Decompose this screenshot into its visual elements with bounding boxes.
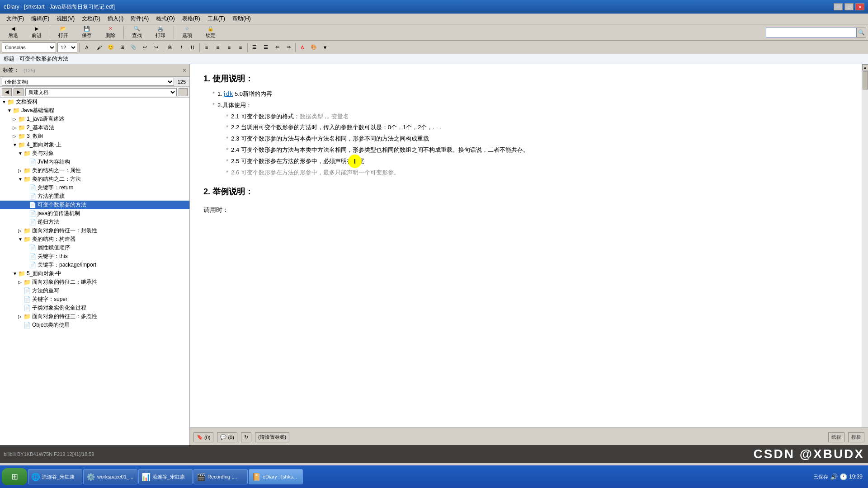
- tree-item[interactable]: ▷ 📄 关键字：super: [0, 295, 189, 304]
- tree-item[interactable]: ▷ 📄 属性赋值顺序: [0, 244, 189, 252]
- minimize-button[interactable]: ─: [834, 3, 843, 10]
- refresh-button[interactable]: ↻: [241, 432, 251, 442]
- open-button[interactable]: 📂 打开: [52, 26, 75, 39]
- sidebar-close-icon[interactable]: ✕: [182, 67, 187, 74]
- tag-set-button[interactable]: (请设置标签): [255, 432, 289, 442]
- maximize-button[interactable]: □: [844, 3, 854, 10]
- lock-button[interactable]: 🔒 锁定: [199, 26, 222, 39]
- tree-item[interactable]: ▷ 📄 方法的重载: [0, 192, 189, 201]
- tree-item[interactable]: ▷ 📄 java的值传递机制: [0, 209, 189, 218]
- justify-button[interactable]: ≡: [236, 42, 245, 52]
- tag-select[interactable]: (全部文档): [2, 78, 174, 86]
- tree-item[interactable]: ▷ 📁 面向对象的特征二：继承性: [0, 278, 189, 286]
- table-button[interactable]: ⊞: [117, 42, 127, 52]
- indent-dec-button[interactable]: ⇐: [272, 42, 282, 52]
- italic-button[interactable]: I: [176, 42, 186, 52]
- align-center-button[interactable]: ≡: [213, 42, 223, 52]
- more-colors-button[interactable]: ▼: [320, 42, 330, 52]
- menu-view[interactable]: 视图(V): [53, 14, 78, 23]
- doc-tree[interactable]: ▼ 📁 文档资料 ▼ 📁 Java基础编程 ▷ 📁 1_java语言述述 ▷ 📁…: [0, 98, 189, 446]
- align-right-button[interactable]: ≡: [224, 42, 234, 52]
- select-button[interactable]: ☆ 选项: [176, 26, 198, 39]
- underline-button[interactable]: U: [188, 42, 198, 52]
- template-view-button[interactable]: 模板: [848, 432, 864, 442]
- tree-item[interactable]: ▷ 📁 1_java语言述述: [0, 115, 189, 123]
- tree-item[interactable]: ▷ 📄 递归方法: [0, 218, 189, 226]
- indent-inc-button[interactable]: ⇒: [283, 42, 293, 52]
- taskbar-item-active[interactable]: 📔 eDiary : [shks...: [249, 469, 303, 484]
- tree-item[interactable]: ▼ 📁 类与对象: [0, 149, 189, 158]
- taskbar-item[interactable]: 🌐 流连谷_宋红康: [28, 469, 82, 484]
- nav-next-button[interactable]: ▶: [14, 88, 24, 96]
- content-scrollbar[interactable]: ▲: [862, 64, 868, 427]
- font-color-button[interactable]: A: [81, 42, 92, 52]
- menu-table[interactable]: 表格(B): [179, 14, 204, 23]
- menu-tools[interactable]: 工具(T): [204, 14, 229, 23]
- find-button[interactable]: 🔍 查找: [126, 26, 148, 39]
- taskbar-item[interactable]: 📊 流连谷_宋红康: [138, 469, 193, 484]
- tree-item[interactable]: ▷ 📄 关键字：return: [0, 183, 189, 192]
- menu-help[interactable]: 帮助(H): [229, 14, 255, 23]
- comment-button[interactable]: 💬 (0): [217, 432, 237, 442]
- tree-item[interactable]: ▷ 📄 JVM内存结构: [0, 158, 189, 166]
- doc-title-select[interactable]: 新建文档: [25, 88, 177, 96]
- tree-item[interactable]: ▷ 📁 3_数组: [0, 132, 189, 141]
- tree-item[interactable]: ▼ 📁 Java基础编程: [0, 106, 189, 115]
- smiley-button[interactable]: 😊: [106, 42, 116, 52]
- highlight-button[interactable]: 🖌: [94, 42, 104, 52]
- delete-button[interactable]: ✕ 删除: [99, 26, 122, 39]
- menu-format[interactable]: 格式(O): [152, 14, 178, 23]
- tree-item[interactable]: ▼ 📁 4_面向对象-上: [0, 141, 189, 149]
- menu-attach[interactable]: 附件(A): [127, 14, 152, 23]
- align-left-button[interactable]: ≡: [202, 42, 212, 52]
- tray-icon-network[interactable]: 🔊: [830, 473, 838, 480]
- save-button[interactable]: 💾 保存: [75, 26, 98, 39]
- tree-root[interactable]: ▼ 📁 文档资料: [0, 98, 189, 106]
- search-input[interactable]: [766, 28, 856, 38]
- scroll-up-button[interactable]: ▲: [862, 64, 868, 70]
- tree-item[interactable]: ▷ 📁 2_基本语法: [0, 123, 189, 132]
- tree-item[interactable]: ▷ 📄 方法的重写: [0, 286, 189, 295]
- paper-view-button[interactable]: 纸视: [828, 432, 844, 442]
- font-name-select[interactable]: Consolas: [2, 42, 56, 52]
- bg-color-button[interactable]: 🎨: [309, 42, 319, 52]
- tree-item[interactable]: ▷ 📁 类的结构之一：属性: [0, 166, 189, 175]
- taskbar-item-label: 流连谷_宋红康: [42, 474, 75, 480]
- tree-item[interactable]: ▼ 📁 类的结构：构造器: [0, 235, 189, 244]
- tree-item[interactable]: ▷ 📁 面向对象的特征三：多态性: [0, 312, 189, 321]
- print-button[interactable]: 🖨️ 打印: [149, 26, 172, 39]
- tree-item[interactable]: ▼ 📁 5_面向对象-中: [0, 269, 189, 278]
- doc-editor[interactable]: I 1. 使用说明： * 1.jdk 5.0新增的内容 * 2.具体使用：: [190, 64, 862, 427]
- search-button[interactable]: 🔍: [856, 28, 866, 38]
- forward-button[interactable]: ▶ 前进: [25, 26, 48, 39]
- tree-item-selected[interactable]: ▷ 📄 可变个数形参的方法: [0, 201, 189, 209]
- text-color-button[interactable]: A: [297, 42, 307, 52]
- bookmark-button[interactable]: 🔖 (0): [193, 432, 213, 442]
- tree-item[interactable]: ▷ 📄 Object类的使用: [0, 321, 189, 329]
- start-button[interactable]: ⊞: [2, 468, 27, 485]
- doc-nav-dropdown[interactable]: [179, 88, 188, 96]
- redo-button[interactable]: ↪: [151, 42, 161, 52]
- nav-prev-button[interactable]: ◀: [2, 88, 12, 96]
- tree-item[interactable]: ▼ 📁 类的结构之二：方法: [0, 175, 189, 183]
- num-list-button[interactable]: ☰: [261, 42, 271, 52]
- tree-item[interactable]: ▷ 📄 关键字：this: [0, 252, 189, 261]
- tree-item[interactable]: ▷ 📄 子类对象实例化全过程: [0, 304, 189, 312]
- font-size-select[interactable]: 12: [57, 42, 77, 52]
- scroll-thumb[interactable]: [863, 71, 868, 89]
- tree-item[interactable]: ▷ 📁 面向对象的特征一：封装性: [0, 226, 189, 235]
- bold-button[interactable]: B: [165, 42, 175, 52]
- attach-button[interactable]: 📎: [128, 42, 138, 52]
- taskbar-item[interactable]: ⚙️ workspace01_...: [83, 469, 137, 484]
- menu-file[interactable]: 文件(F): [3, 14, 28, 23]
- close-button[interactable]: ✕: [855, 3, 864, 10]
- menu-doc[interactable]: 文档(D): [78, 14, 104, 23]
- tree-item[interactable]: ▷ 📄 关键字：package/import: [0, 261, 189, 269]
- taskbar-recording[interactable]: 🎬 Recording ;...: [193, 469, 248, 484]
- menu-edit[interactable]: 编辑(E): [28, 14, 53, 23]
- back-button[interactable]: ◀ 后退: [2, 26, 24, 39]
- menu-insert[interactable]: 插入(I): [104, 14, 127, 23]
- tree-item-label: 子类对象实例化全过程: [32, 304, 86, 312]
- bullet-list-button[interactable]: ☰: [250, 42, 259, 52]
- undo-button[interactable]: ↩: [140, 42, 150, 52]
